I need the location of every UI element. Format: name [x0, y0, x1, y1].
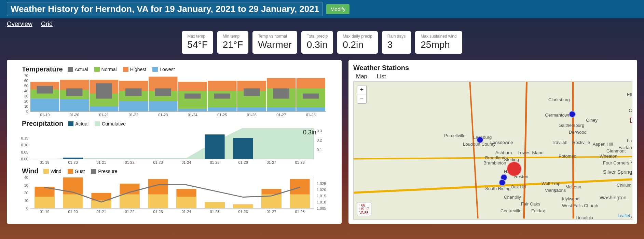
weather-station-marker[interactable] — [507, 161, 522, 176]
svg-text:10: 10 — [24, 199, 28, 203]
precip-chart[interactable]: 0.3in 0.000.050.100.150.10.20.301-1901-2… — [12, 128, 337, 166]
legend-item[interactable]: Actual — [68, 121, 88, 127]
svg-text:01-25: 01-25 — [210, 210, 219, 214]
svg-text:0: 0 — [26, 206, 28, 210]
stat-value: 0.2in — [343, 39, 372, 50]
map-place-label: Four Corners — [603, 160, 629, 165]
svg-text:01-23: 01-23 — [153, 210, 163, 214]
legend-item[interactable]: Cumulative — [95, 121, 126, 127]
svg-text:01-21: 01-21 — [96, 210, 106, 214]
svg-text:30: 30 — [24, 183, 28, 187]
tab-overview[interactable]: Overview — [7, 21, 32, 28]
wind-title: Wind — [22, 167, 39, 175]
wind-chart[interactable]: 0102030401.0051.0101.0151.0201.02501-190… — [12, 176, 337, 215]
svg-text:01-22: 01-22 — [125, 210, 134, 214]
weather-station-marker[interactable] — [477, 136, 483, 143]
map-place-label: West Falls Church — [562, 203, 598, 208]
stat-value: Warmer — [258, 39, 292, 50]
zoom-out-button[interactable]: − — [357, 94, 366, 103]
map-place-label: Gaithersburg — [559, 123, 584, 128]
map-place-label: Columbia — [629, 107, 632, 113]
stat-card: Total precip 0.3in — [301, 31, 333, 54]
map-place-label: Suitland — [630, 215, 632, 220]
modify-button[interactable]: Modify — [326, 4, 350, 14]
legend-item[interactable]: Gust — [68, 169, 85, 174]
stat-label: Total precip — [307, 34, 328, 39]
map-place-label: Wheaton — [600, 154, 617, 159]
map-place-label: Idylwood — [562, 196, 579, 201]
map-place-label: Vienna — [545, 188, 559, 193]
temperature-title: Temperature — [22, 65, 63, 73]
svg-text:0.15: 0.15 — [21, 136, 28, 140]
map-place-label: Hillcrest Heights — [620, 218, 632, 220]
weather-station-marker[interactable] — [499, 179, 506, 186]
svg-text:01-24: 01-24 — [181, 160, 191, 164]
map-place-label: Oak Hill — [511, 184, 526, 189]
svg-rect-26 — [125, 89, 141, 96]
tab-grid[interactable]: Grid — [41, 21, 53, 28]
svg-rect-11 — [37, 86, 53, 94]
stat-card: Rain days 3 — [382, 31, 411, 54]
stat-label: Max temp — [187, 34, 207, 39]
map-place-label: McLean — [565, 184, 581, 189]
stat-value: 0.3in — [307, 39, 328, 50]
svg-text:1.005: 1.005 — [317, 206, 326, 210]
map-place-label: Fairland — [618, 145, 632, 150]
stations-map[interactable]: + − I 66US 17VA 55 Leaflet ClarksburgGer… — [353, 81, 632, 220]
svg-rect-21 — [96, 83, 112, 99]
legend-item[interactable]: Lowest — [152, 67, 175, 72]
svg-rect-92 — [35, 197, 54, 208]
stat-card: Max temp 54°F — [182, 31, 213, 54]
svg-text:0.00: 0.00 — [21, 157, 28, 161]
svg-rect-10 — [30, 99, 59, 112]
precip-title: Precipitation — [22, 120, 63, 128]
map-place-label: Glenmont — [606, 148, 626, 154]
weather-station-marker[interactable] — [569, 111, 576, 118]
svg-text:0.05: 0.05 — [21, 150, 28, 154]
map-place-label: Lincolnia — [576, 215, 593, 220]
map-attribution[interactable]: Leaflet — [618, 213, 630, 218]
svg-text:1.020: 1.020 — [317, 188, 326, 192]
svg-text:01-19: 01-19 — [40, 160, 49, 164]
map-place-label: Potomac — [559, 154, 576, 159]
svg-text:10: 10 — [24, 104, 28, 108]
legend-item[interactable]: Highest — [123, 67, 146, 72]
svg-text:01-23: 01-23 — [153, 160, 163, 164]
map-place-label: MD 32 — [630, 118, 632, 123]
svg-rect-25 — [119, 101, 148, 111]
zoom-in-button[interactable]: + — [357, 85, 366, 94]
map-place-label: Clarksburg — [548, 97, 570, 102]
map-place-label: Purcellville — [444, 133, 465, 138]
svg-text:01-28: 01-28 — [295, 160, 304, 164]
stat-value: 25mph — [421, 39, 456, 50]
svg-text:1.010: 1.010 — [317, 200, 326, 204]
svg-text:01-19: 01-19 — [40, 210, 49, 214]
stat-value: 54°F — [187, 39, 207, 50]
stat-value: 21°F — [223, 39, 243, 50]
svg-text:0: 0 — [26, 109, 28, 114]
legend-item[interactable]: Actual — [68, 67, 88, 72]
svg-text:60: 60 — [24, 79, 28, 83]
stat-label: Rain days — [387, 34, 406, 39]
map-place-label: Sterling — [504, 157, 519, 162]
svg-text:40: 40 — [24, 176, 28, 180]
svg-rect-55 — [297, 107, 326, 111]
svg-text:0.10: 0.10 — [21, 143, 28, 147]
map-tab-map[interactable]: Map — [356, 73, 367, 80]
svg-text:01-22: 01-22 — [125, 160, 134, 164]
map-place-label: Ashburn — [495, 150, 512, 155]
legend-item[interactable]: Normal — [94, 67, 117, 72]
svg-rect-30 — [149, 101, 178, 111]
svg-text:20: 20 — [24, 99, 28, 103]
map-place-label: Wolf Trap — [542, 181, 560, 186]
svg-rect-36 — [184, 94, 201, 99]
legend-item[interactable]: Wind — [43, 169, 61, 174]
map-place-label: Aspen Hill — [593, 142, 613, 147]
svg-rect-75 — [233, 138, 253, 159]
legend-item[interactable]: Pressure — [91, 169, 117, 174]
map-tab-list[interactable]: List — [377, 73, 386, 80]
map-place-label: Lansdowne — [490, 140, 513, 145]
temperature-chart[interactable]: 01020304050607001-1901-2001-2101-2201-23… — [12, 74, 337, 118]
precip-header: Precipitation ActualCumulative — [22, 120, 337, 128]
stations-panel: Weather Stations Map List + − I 66US 17V… — [348, 60, 637, 224]
